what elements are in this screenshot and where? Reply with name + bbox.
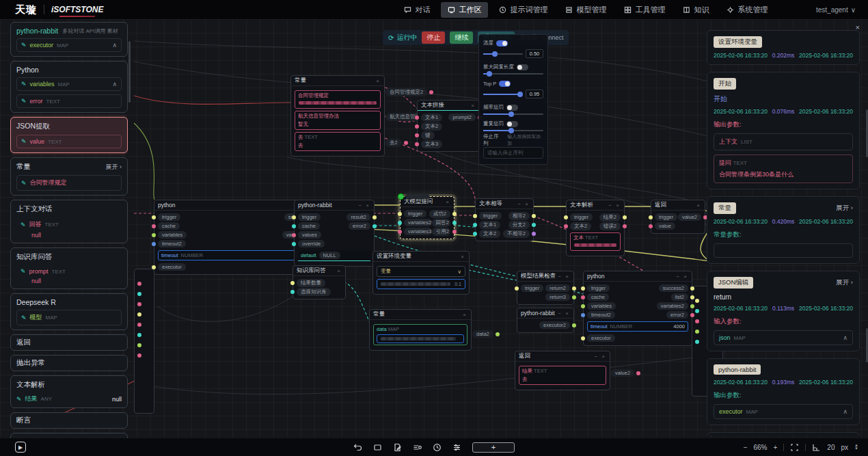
palette-field[interactable]: ✎ 结果ANY null xyxy=(16,393,122,403)
param-toggle[interactable] xyxy=(517,64,528,70)
list-settings-icon[interactable] xyxy=(452,443,461,452)
node-field[interactable]: 文本 TEXT xyxy=(570,232,621,251)
output-port[interactable]: result2 xyxy=(347,213,371,221)
input-port[interactable]: variables xyxy=(157,231,187,239)
add-node-button[interactable]: + xyxy=(472,442,515,453)
menu-item-models[interactable]: 模型管理 xyxy=(558,2,613,18)
param-toggle[interactable] xyxy=(496,40,508,46)
node-text-equal[interactable]: 文本相等− × trigger 相等2 文本1 分支2 文本2 不相等2 xyxy=(475,198,534,241)
timeout-field[interactable]: timeoutNUMBER 3000 xyxy=(158,250,314,260)
output-port[interactable]: list2 xyxy=(671,293,689,301)
stop-button[interactable]: 停止 xyxy=(422,31,445,44)
node-field[interactable]: 合同管理规定 xyxy=(295,90,381,109)
input-port[interactable]: variables3 xyxy=(403,228,432,235)
fit-view-icon[interactable] xyxy=(790,443,799,452)
expand-link[interactable]: 展开 › xyxy=(836,204,853,213)
palette-field[interactable]: ✎ variablesMAP ∧ xyxy=(16,77,122,91)
param-slider[interactable] xyxy=(483,94,523,95)
output-port[interactable]: return2 xyxy=(545,284,571,292)
node-collapsed-left[interactable] xyxy=(134,269,154,414)
close-icon[interactable]: × xyxy=(856,23,860,31)
param-toggle[interactable] xyxy=(506,105,518,111)
output-port[interactable]: 错误2 xyxy=(599,222,621,230)
input-port[interactable]: trigger xyxy=(520,284,543,292)
node-python[interactable]: python− × trigger success2 cache list2 v… xyxy=(154,200,318,275)
param-slider[interactable] xyxy=(483,113,543,115)
menu-item-prompts[interactable]: 提示词管理 xyxy=(492,2,554,18)
palette-item-return[interactable]: 返回 xyxy=(10,334,128,351)
palette-field[interactable]: ✎ 模型MAP xyxy=(16,310,122,325)
node-field[interactable]: 航天信息管理办法 暂无 xyxy=(295,111,381,130)
flow-export-icon[interactable] xyxy=(413,443,422,452)
node-knowledge-qa[interactable]: 知识库问答× 结果数量 选择知识库 xyxy=(293,265,346,299)
param-slider[interactable] xyxy=(483,53,523,55)
node-field[interactable]: 去 TEXT 去 xyxy=(295,132,381,151)
node-text-concat[interactable]: 文本拼接× 文本1 prompt2 文本2 键 文本3 xyxy=(417,100,480,152)
input-port[interactable]: trigger xyxy=(403,210,426,217)
variable-value-input[interactable]: 0.1 xyxy=(377,279,465,289)
palette-field[interactable]: ✎ 合同管理规定 xyxy=(16,175,122,191)
output-port[interactable]: executor2 xyxy=(539,321,571,329)
param-field[interactable]: executorMAP ∧ xyxy=(714,404,853,419)
input-port[interactable]: cache xyxy=(157,222,180,230)
palette-item-text-parse[interactable]: 文本解析 ✎ 结果ANY null xyxy=(10,375,128,408)
param-field[interactable]: 上下文LIST xyxy=(714,133,853,150)
menu-item-knowledge[interactable]: 知识 xyxy=(676,2,716,18)
param-field[interactable]: jsonMAP ∧ xyxy=(714,330,853,345)
palette-item-python[interactable]: Python ✎ variablesMAP ∧ ✎ errorTEXT xyxy=(10,61,128,113)
node-set-env-var[interactable]: 设置环境变量× 变量∨ 0.1 xyxy=(372,251,470,295)
stop-seq-input[interactable] xyxy=(483,147,543,159)
grid-size-value[interactable]: 20 xyxy=(827,444,835,451)
input-port[interactable]: executor xyxy=(586,334,615,342)
input-port[interactable]: 文本3 xyxy=(420,140,442,148)
input-port[interactable]: cache xyxy=(297,222,320,230)
input-port[interactable]: trigger xyxy=(586,284,610,292)
input-port[interactable]: timeout2 xyxy=(586,311,615,319)
zoom-out-button[interactable]: − xyxy=(744,444,748,451)
palette-item-throw[interactable]: 抛出异常 xyxy=(10,355,128,371)
node-constant-top[interactable]: 常量× 合同管理规定 航天信息管理办法 暂无 去 TEXT 去 合同管理规定2 … xyxy=(290,75,385,157)
input-port[interactable]: trigger xyxy=(569,213,593,221)
output-port[interactable]: error2 xyxy=(349,222,371,230)
palette-field[interactable]: ✎ 回答TEXT xyxy=(16,217,122,229)
palette-item-kb-qa[interactable]: 知识库问答 ✎ promptTEXT null xyxy=(10,247,128,289)
undo-icon[interactable] xyxy=(353,443,362,452)
execution-log-panel[interactable]: × 设置环境变量 2025-02-06 16:33:20 0.202ms 202… xyxy=(707,23,863,435)
log-card-start[interactable]: 开始 开始 2025-02-06 16:33:20 0.076ms 2025-0… xyxy=(707,72,860,189)
palette-field[interactable]: ✎ valueTEXT xyxy=(16,135,122,148)
menu-item-chat[interactable]: 对话 xyxy=(397,2,437,18)
node-python-rabbit-2[interactable]: python-rabbit− × executor2 xyxy=(517,308,574,333)
output-port[interactable]: prompt2 xyxy=(448,113,476,121)
frame-icon[interactable] xyxy=(373,443,382,452)
output-port[interactable]: 引用2 xyxy=(432,228,451,236)
input-port[interactable]: executor xyxy=(157,263,186,271)
grid-icon[interactable] xyxy=(812,443,821,452)
input-port[interactable]: 键 xyxy=(420,131,435,139)
param-slider[interactable] xyxy=(483,73,543,75)
palette-field[interactable]: ✎ promptTEXT xyxy=(16,265,122,275)
output-port[interactable]: value2 xyxy=(678,213,702,221)
output-port[interactable]: 相等2 xyxy=(508,212,530,220)
palette-field[interactable]: ✎ executorMAP ∧ xyxy=(16,38,122,52)
log-card-python[interactable]: Python 展开 › success 2025-02-06 16:33:20 … xyxy=(707,432,860,435)
resume-button[interactable]: 继续 xyxy=(450,31,473,44)
input-port[interactable]: 文本2 xyxy=(478,230,500,238)
node-return-2[interactable]: 返回− × 结果 TEXT 去 value2 xyxy=(515,351,610,390)
output-port[interactable]: 分支2 xyxy=(508,221,530,229)
palette-item-constant[interactable]: 常量 展开 › ✎ 合同管理规定 xyxy=(10,157,128,196)
node-close-icon[interactable]: × xyxy=(376,78,381,84)
palette-item-json-extract[interactable]: JSON提取 ✎ valueTEXT xyxy=(10,117,128,153)
node-llm-ask-selected[interactable]: 大模型提问× trigger 成功2 variables2 回答2 variab… xyxy=(400,196,455,239)
default-field[interactable]: default NULL xyxy=(298,250,370,261)
input-port[interactable]: 文本1 xyxy=(478,221,500,229)
output-port[interactable]: 成功2 xyxy=(429,210,451,218)
param-value[interactable]: 0.95 xyxy=(526,90,543,98)
input-port[interactable]: timeout2 xyxy=(157,240,186,247)
output-port[interactable]: 回答2 xyxy=(432,219,451,227)
node-text-parse[interactable]: 文本解析− × trigger 结果2 文本2 错误2 文本 TEXT xyxy=(566,200,625,256)
expand-link[interactable]: 展开 › xyxy=(106,163,122,172)
input-port[interactable]: variables2 xyxy=(403,219,432,226)
input-port[interactable]: trigger xyxy=(157,213,180,221)
node-palette-sidebar[interactable]: python-rabbit 多轮对话 API调用 素材 ✎ executorMA… xyxy=(10,22,128,438)
node-model-check[interactable]: 模型结果检查− × trigger return2 return3 xyxy=(517,271,574,305)
